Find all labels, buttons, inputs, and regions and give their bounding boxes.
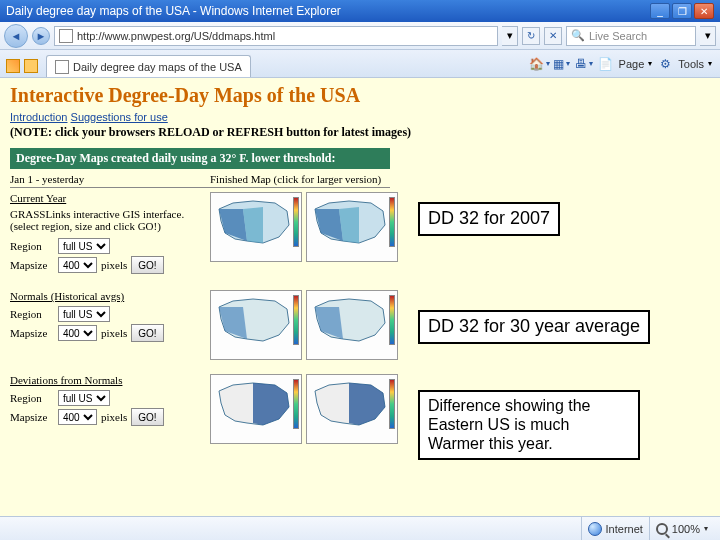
address-bar: ◄ ► http://www.pnwpest.org/US/ddmaps.htm… [0,22,720,50]
intro-link[interactable]: Introduction [10,111,67,123]
column-headers: Jan 1 - yesterday Finished Map (click fo… [10,169,390,188]
page-icon [59,29,73,43]
legend-icon [293,295,299,345]
region-select[interactable]: full US [58,390,110,406]
legend-icon [389,295,395,345]
url-dropdown[interactable]: ▾ [502,26,518,46]
zoom-icon [656,523,668,535]
region-label: Region [10,392,54,404]
region-select[interactable]: full US [58,306,110,322]
legend-icon [293,379,299,429]
feeds-button[interactable]: ▦ [553,55,571,73]
page-note: (NOTE: click your browsers RELOAD or REF… [10,125,710,140]
section-title: Current Year [10,192,210,204]
go-button[interactable] [131,408,163,426]
maximize-button[interactable]: ❐ [672,3,692,19]
annotation-1: DD 32 for 2007 [418,202,560,236]
legend-icon [293,197,299,247]
legend-icon [389,379,395,429]
search-icon: 🔍 [571,29,585,42]
tools-menu-label[interactable]: Tools [678,58,704,70]
pixels-label: pixels [101,327,127,339]
page-content: Interactive Degree-Day Maps of the USA I… [0,78,720,516]
print-button[interactable]: 🖶 [575,55,593,73]
section-header: Degree-Day Maps created daily using a 32… [10,148,390,169]
search-dropdown[interactable]: ▾ [700,26,716,46]
search-placeholder: Live Search [589,30,647,42]
close-button[interactable]: ✕ [694,3,714,19]
internet-zone-icon [588,522,602,536]
page-title: Interactive Degree-Day Maps of the USA [10,84,710,107]
col1-header: Jan 1 - yesterday [10,173,210,185]
page-subnav: Introduction Suggestions for use [10,111,710,123]
mapsize-label: Mapsize [10,411,54,423]
status-zoom[interactable]: 100% ▾ [649,517,714,540]
legend-icon [389,197,395,247]
zone-label: Internet [606,523,643,535]
map-thumbnail[interactable] [306,290,398,360]
page-menu-label[interactable]: Page [619,58,645,70]
forward-button[interactable]: ► [32,27,50,45]
pixels-label: pixels [101,259,127,271]
status-zone: Internet [581,517,649,540]
home-button[interactable]: 🏠 [531,55,549,73]
pixels-label: pixels [101,411,127,423]
map-thumbnail[interactable] [210,192,302,262]
annotation-2: DD 32 for 30 year average [418,310,650,344]
mapsize-select[interactable]: 400 [58,409,97,425]
url-input[interactable]: http://www.pnwpest.org/US/ddmaps.html [54,26,498,46]
suggestions-link[interactable]: Suggestions for use [71,111,168,123]
go-button[interactable] [131,324,163,342]
minimize-button[interactable]: _ [650,3,670,19]
annotation-3: Difference showing the Eastern US is muc… [418,390,640,460]
go-button[interactable] [131,256,163,274]
col2-header: Finished Map (click for larger version) [210,173,390,185]
map-thumbnail[interactable] [210,374,302,444]
tools-menu[interactable]: ⚙ [656,55,674,73]
tab-active[interactable]: Daily degree day maps of the USA [46,55,251,77]
section-desc: GRASSLinks interactive GIS interface. (s… [10,208,190,232]
stop-button[interactable]: ✕ [544,27,562,45]
mapsize-select[interactable]: 400 [58,257,97,273]
region-label: Region [10,240,54,252]
url-text: http://www.pnwpest.org/US/ddmaps.html [77,30,275,42]
map-thumbnail[interactable] [210,290,302,360]
command-bar: 🏠 ▦ 🖶 📄 Page▾ ⚙ Tools▾ [527,50,716,77]
mapsize-select[interactable]: 400 [58,325,97,341]
mapsize-label: Mapsize [10,259,54,271]
window-title: Daily degree day maps of the USA - Windo… [6,4,341,18]
region-label: Region [10,308,54,320]
tab-strip: Daily degree day maps of the USA 🏠 ▦ 🖶 📄… [0,50,720,78]
section-title: Normals (Historical avgs) [10,290,210,302]
region-select[interactable]: full US [58,238,110,254]
favorites-add-icon[interactable] [24,59,38,73]
section-current-year: Current Year GRASSLinks interactive GIS … [10,188,710,286]
window-titlebar: Daily degree day maps of the USA - Windo… [0,0,720,22]
zoom-label: 100% [672,523,700,535]
back-button[interactable]: ◄ [4,24,28,48]
section-title: Deviations from Normals [10,374,210,386]
search-input[interactable]: 🔍 Live Search [566,26,696,46]
map-thumbnail[interactable] [306,374,398,444]
favorites-icon[interactable] [6,59,20,73]
page-menu[interactable]: 📄 [597,55,615,73]
status-bar: Internet 100% ▾ [0,516,720,540]
tab-label: Daily degree day maps of the USA [73,61,242,73]
tab-page-icon [55,60,69,74]
refresh-button[interactable]: ↻ [522,27,540,45]
mapsize-label: Mapsize [10,327,54,339]
map-thumbnail[interactable] [306,192,398,262]
